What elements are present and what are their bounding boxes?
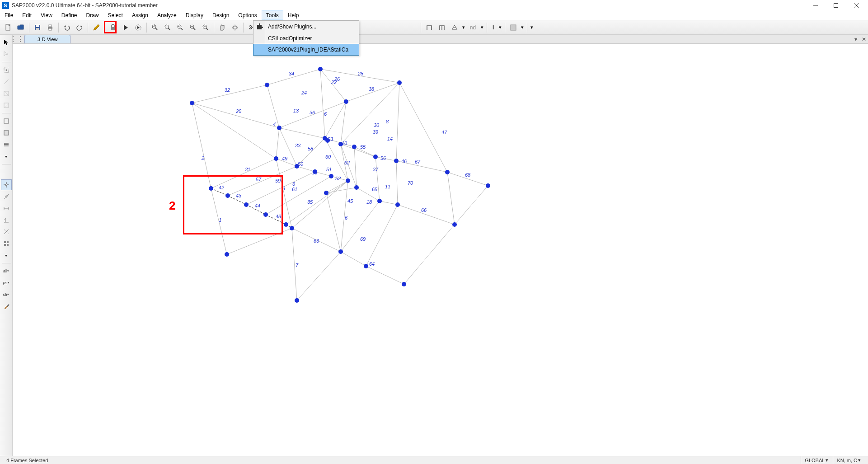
snap-grid-tool[interactable]: [1, 238, 12, 249]
menu-draw[interactable]: Draw: [82, 10, 103, 20]
all-tool[interactable]: all▾: [1, 266, 12, 277]
brush-tool[interactable]: [1, 301, 12, 312]
tab-scroll-left[interactable]: ⋮⋮: [13, 35, 21, 43]
snap-mid-tool[interactable]: [1, 191, 12, 202]
model-canvas[interactable]: 1234678101113141518202224262830313233343…: [13, 44, 868, 456]
box-button[interactable]: [507, 22, 519, 33]
snap-dd-tool[interactable]: ▾: [1, 250, 12, 261]
menu-help[interactable]: Help: [283, 10, 304, 20]
print-button[interactable]: [44, 22, 56, 33]
zoom-window-icon: [151, 24, 159, 31]
frame3-button[interactable]: [449, 22, 460, 33]
i-section-button[interactable]: I: [489, 22, 497, 33]
snap-end-tool[interactable]: [1, 203, 12, 214]
dropdown-item-ideastatica[interactable]: SAP2000v21PlugIn_IDEAStatiCa: [253, 44, 359, 56]
draw-point-tool[interactable]: [1, 65, 12, 75]
frame-dropdown[interactable]: ▾: [461, 24, 466, 30]
svg-point-158: [402, 282, 406, 286]
svg-line-62: [320, 69, 346, 102]
save-button[interactable]: [32, 22, 43, 33]
nd-dropdown[interactable]: ▾: [479, 24, 485, 30]
open-button[interactable]: [15, 22, 27, 33]
zoom-extents-button[interactable]: [162, 22, 174, 33]
stack-tool[interactable]: [1, 139, 12, 150]
lock-button[interactable]: [107, 22, 119, 33]
snap-perp-tool[interactable]: [1, 215, 12, 225]
draw-line-tool[interactable]: [1, 76, 12, 87]
svg-rect-54: [4, 241, 6, 243]
clr-tool[interactable]: clr▾: [1, 289, 12, 300]
menu-file[interactable]: File: [0, 10, 18, 20]
run-partial-button[interactable]: [132, 22, 144, 33]
draw-frame-tool[interactable]: [1, 88, 12, 99]
quick-area-tool[interactable]: [1, 127, 12, 138]
menu-define[interactable]: Define: [57, 10, 82, 20]
menu-edit[interactable]: Edit: [18, 10, 36, 20]
quick-frame-tool[interactable]: [1, 116, 12, 127]
snap-point-tool[interactable]: [1, 179, 12, 190]
svg-rect-55: [7, 241, 9, 243]
svg-line-68: [341, 83, 399, 144]
more-dropdown[interactable]: ▾: [529, 24, 535, 30]
maximize-button[interactable]: [826, 0, 846, 10]
run-button[interactable]: [120, 22, 131, 33]
menu-view[interactable]: View: [36, 10, 57, 20]
menu-tools[interactable]: Tools: [262, 10, 283, 20]
status-units[interactable]: KN, m, C▾: [833, 456, 865, 464]
nd-button[interactable]: nd: [467, 22, 479, 33]
svg-line-92: [292, 228, 341, 252]
menu-display[interactable]: Display: [181, 10, 208, 20]
svg-line-115: [341, 201, 380, 252]
close-button[interactable]: [846, 0, 866, 10]
zoom-window-button[interactable]: [149, 22, 161, 33]
menu-design[interactable]: Design: [208, 10, 234, 20]
menu-options[interactable]: Options: [234, 10, 261, 20]
view-tabstrip: ⋮⋮ 3-D View ▾ ✕: [13, 35, 868, 44]
snap-int-tool[interactable]: [1, 226, 12, 237]
svg-point-137: [394, 159, 399, 163]
status-coords[interactable]: GLOBAL▾: [801, 456, 833, 464]
ps-tool[interactable]: ps▾: [1, 277, 12, 288]
print-icon: [47, 24, 54, 31]
snap-grid-icon: [3, 240, 9, 247]
dropdown-tool[interactable]: ▾: [1, 151, 12, 162]
rotate-button[interactable]: [229, 22, 241, 33]
box-icon: [510, 24, 517, 31]
minimize-button[interactable]: [805, 0, 826, 10]
zoom-in-button[interactable]: [187, 22, 199, 33]
svg-line-98: [320, 69, 325, 138]
pencil-button[interactable]: [90, 22, 102, 33]
dropdown-item-plugins[interactable]: Add/Show Plugins...: [253, 21, 359, 33]
zoom-previous-button[interactable]: [174, 22, 186, 33]
zoom-extents-icon: [164, 24, 171, 31]
tab-menu[interactable]: ▾: [852, 35, 860, 43]
svg-line-103: [276, 159, 292, 228]
svg-rect-11: [111, 27, 115, 30]
undo-button[interactable]: [61, 22, 73, 33]
svg-line-95: [211, 188, 227, 254]
menu-assign[interactable]: Assign: [127, 10, 153, 20]
frame2-button[interactable]: [436, 22, 448, 33]
new-button[interactable]: [2, 22, 14, 33]
zoom-out-button[interactable]: [200, 22, 211, 33]
frame1-button[interactable]: [423, 22, 435, 33]
svg-point-13: [152, 25, 156, 28]
svg-line-64: [267, 85, 279, 128]
box-dropdown[interactable]: ▾: [520, 24, 525, 30]
tab-close[interactable]: ✕: [860, 35, 868, 43]
svg-point-141: [329, 174, 333, 178]
svg-line-84: [266, 215, 286, 225]
frame-icon: [3, 90, 9, 97]
pan-button[interactable]: [216, 22, 228, 33]
reshape-tool[interactable]: [1, 49, 12, 60]
menu-select[interactable]: Select: [103, 10, 127, 20]
svg-line-125: [399, 83, 447, 172]
tab-3d-view[interactable]: 3-D View: [24, 35, 70, 43]
menu-analyze[interactable]: Analyze: [153, 10, 181, 20]
svg-point-150: [324, 191, 328, 195]
redo-button[interactable]: [74, 22, 85, 33]
dropdown-item-csiload[interactable]: CSiLoadOptimizer: [253, 33, 359, 44]
i-dropdown[interactable]: ▾: [497, 24, 503, 30]
svg-point-146: [244, 202, 249, 207]
draw-area-tool[interactable]: [1, 100, 12, 111]
